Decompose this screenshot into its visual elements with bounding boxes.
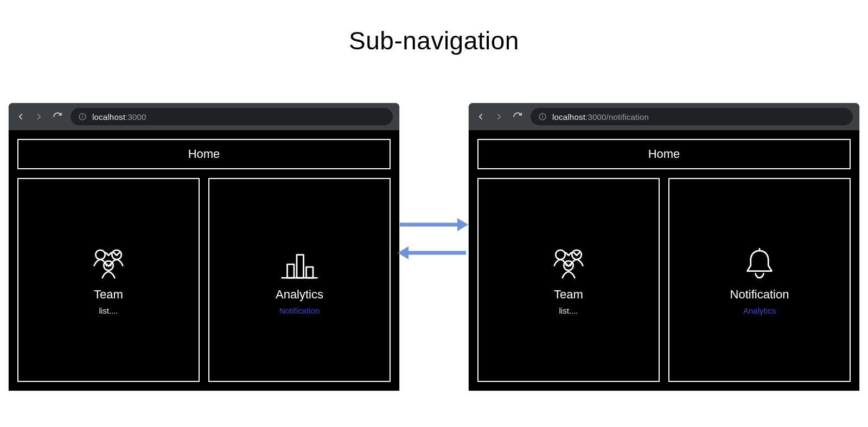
bell-icon [738, 245, 781, 283]
team-icon [547, 245, 590, 283]
browser-window-left: localhost:3000 Home Team list.... [9, 103, 399, 391]
card-team[interactable]: Team list.... [477, 178, 660, 382]
card-analytics[interactable]: Analytics Notification [208, 178, 391, 382]
info-icon [538, 112, 547, 121]
forward-icon[interactable] [34, 111, 44, 122]
back-icon[interactable] [475, 111, 486, 122]
arrow-right-icon [398, 217, 468, 232]
card-subtext: list.... [99, 306, 118, 315]
home-bar[interactable]: Home [17, 139, 391, 169]
cards-row: Team list.... Notification Analytics [477, 178, 851, 382]
card-notification[interactable]: Notification Analytics [668, 178, 851, 382]
svg-rect-8 [297, 254, 304, 278]
forward-icon[interactable] [494, 111, 505, 122]
card-team[interactable]: Team list.... [17, 178, 200, 382]
svg-marker-11 [457, 218, 468, 231]
address-bar[interactable]: localhost:3000/notification [531, 108, 853, 125]
card-link-notification[interactable]: Notification [279, 306, 320, 315]
analytics-icon [278, 245, 321, 283]
card-subtext: list.... [559, 306, 578, 315]
browser-toolbar: localhost:3000 [9, 103, 399, 130]
page-content: Home Team list.... [9, 130, 399, 391]
svg-point-2 [82, 115, 83, 116]
page-content: Home Team list.... [469, 130, 859, 391]
page-title: Sub-navigation [0, 26, 868, 55]
url-text: localhost:3000 [92, 112, 146, 122]
reload-icon[interactable] [52, 111, 63, 122]
reload-icon[interactable] [512, 111, 523, 122]
url-text: localhost:3000/notification [552, 112, 649, 122]
team-icon [87, 245, 130, 283]
home-bar[interactable]: Home [477, 139, 851, 169]
svg-point-3 [95, 250, 105, 259]
browser-window-right: localhost:3000/notification Home Team [469, 103, 859, 391]
info-icon [78, 112, 87, 121]
back-icon[interactable] [15, 111, 26, 122]
card-link-analytics[interactable]: Analytics [743, 306, 776, 315]
card-title: Analytics [276, 288, 323, 302]
svg-rect-7 [288, 264, 295, 278]
address-bar[interactable]: localhost:3000 [71, 108, 393, 125]
navigation-arrows [395, 206, 471, 271]
svg-marker-13 [398, 246, 409, 259]
cards-row: Team list.... Analytics Notification [17, 178, 391, 382]
arrow-left-icon [398, 245, 468, 260]
card-title: Team [94, 288, 123, 302]
card-title: Team [554, 288, 583, 302]
svg-point-16 [542, 115, 543, 116]
svg-rect-9 [307, 267, 314, 278]
browser-toolbar: localhost:3000/notification [469, 103, 859, 130]
svg-point-17 [556, 250, 565, 259]
card-title: Notification [730, 288, 789, 302]
